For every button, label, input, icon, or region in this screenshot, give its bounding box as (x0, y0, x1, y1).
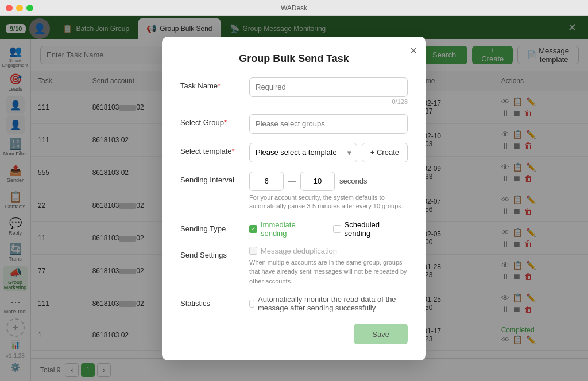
required-mark: * (224, 118, 227, 127)
scheduled-label: Scheduled sending (345, 220, 408, 238)
required-mark: * (218, 81, 220, 90)
dedup-label[interactable]: Message deduplication (249, 247, 337, 255)
select-template-control: Please select a template + Create (249, 143, 408, 162)
scheduled-sending-label[interactable]: Scheduled sending (333, 220, 408, 238)
sending-interval-control: — seconds For your account security, the… (249, 172, 408, 211)
dedup-text: Message deduplication (261, 247, 337, 255)
modal-title: Group Bulk Send Task (180, 53, 408, 65)
create-template-button[interactable]: + Create (362, 143, 408, 162)
group-bulk-send-modal: × Group Bulk Send Task Task Name* 0/128 … (162, 37, 426, 360)
interval-max-input[interactable] (300, 172, 335, 191)
send-settings-note: When multiple accounts are in the same g… (249, 258, 408, 286)
form-row-select-group: Select Group* (180, 114, 408, 134)
sending-type-row: Immediate sending Scheduled sending (249, 220, 408, 238)
traffic-lights (6, 5, 33, 11)
sending-interval-label: Sending Interval (180, 172, 249, 184)
scheduled-checkbox[interactable] (333, 225, 341, 233)
send-settings-control: Message deduplication When multiple acco… (249, 247, 408, 286)
form-row-task-name: Task Name* 0/128 (180, 77, 408, 105)
form-row-select-template: Select template* Please select a templat… (180, 143, 408, 162)
interval-row: — seconds (249, 172, 408, 191)
select-template-label: Select template* (180, 143, 249, 155)
task-name-input[interactable] (249, 77, 408, 97)
task-name-count: 0/128 (249, 98, 408, 105)
send-settings-label: Send Settings (180, 247, 249, 259)
statistics-text: Automatically monitor the read data of t… (258, 295, 408, 312)
sending-type-label: Sending Type (180, 220, 249, 233)
form-row-send-settings: Send Settings Message deduplication When… (180, 247, 408, 286)
select-group-input[interactable] (249, 114, 408, 134)
save-button[interactable]: Save (354, 324, 408, 344)
modal-footer: Save (180, 324, 408, 344)
modal-overlay: × Group Bulk Send Task Task Name* 0/128 … (0, 16, 588, 381)
titlebar: WADesk (0, 0, 588, 16)
minimize-traffic-light[interactable] (16, 5, 23, 11)
select-group-label: Select Group* (180, 114, 249, 127)
statistics-label: Statistics (180, 295, 249, 308)
statistics-checkbox[interactable] (249, 300, 254, 308)
required-mark: * (232, 147, 235, 155)
form-row-statistics: Statistics Automatically monitor the rea… (180, 295, 408, 312)
immediate-checkbox[interactable] (249, 225, 257, 233)
interval-dash: — (288, 177, 296, 185)
interval-min-input[interactable] (249, 172, 284, 191)
task-name-label: Task Name* (180, 77, 249, 90)
dedup-checkbox[interactable] (249, 247, 257, 255)
close-traffic-light[interactable] (6, 5, 13, 11)
interval-unit: seconds (339, 177, 367, 185)
immediate-label: Immediate sending (261, 220, 324, 238)
modal-close-button[interactable]: × (410, 45, 417, 56)
template-select-wrapper: Please select a template (249, 143, 357, 162)
select-group-control (249, 114, 408, 134)
interval-note: For your account security, the system de… (249, 193, 408, 211)
immediate-sending-label[interactable]: Immediate sending (249, 220, 324, 238)
statistics-control: Automatically monitor the read data of t… (249, 295, 408, 312)
settings-row: Message deduplication When multiple acco… (249, 247, 408, 286)
statistics-checkbox-label[interactable]: Automatically monitor the read data of t… (249, 295, 408, 312)
form-row-sending-interval: Sending Interval — seconds For your acco… (180, 172, 408, 211)
maximize-traffic-light[interactable] (26, 5, 33, 11)
app-title: WADesk (281, 4, 307, 12)
task-name-control: 0/128 (249, 77, 408, 105)
sending-type-control: Immediate sending Scheduled sending (249, 220, 408, 238)
template-select[interactable]: Please select a template (249, 143, 357, 162)
template-row: Please select a template + Create (249, 143, 408, 162)
form-row-sending-type: Sending Type Immediate sending Scheduled… (180, 220, 408, 238)
